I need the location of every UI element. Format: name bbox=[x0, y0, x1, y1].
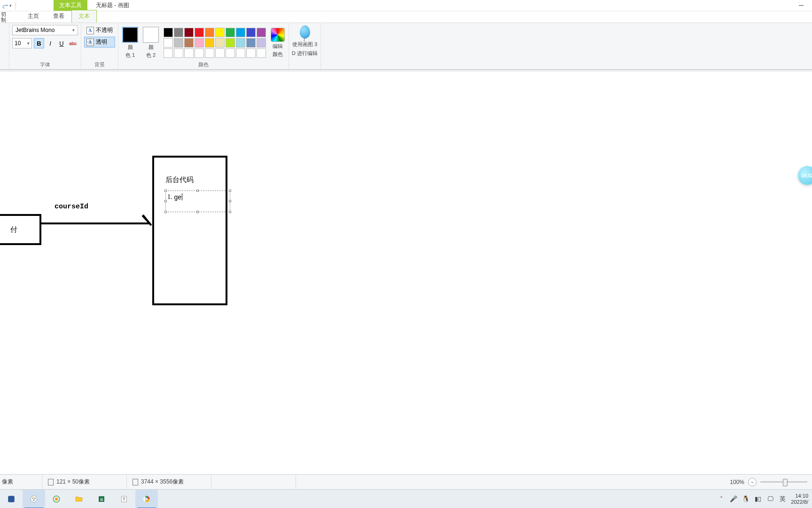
title-bar: ▾ 文本工具 无标题 - 画图 bbox=[0, 0, 812, 11]
color-swatch[interactable] bbox=[164, 38, 173, 48]
color-swatch[interactable] bbox=[226, 28, 235, 37]
color-swatch[interactable] bbox=[236, 28, 245, 37]
resize-handle[interactable] bbox=[164, 211, 167, 213]
color-swatch[interactable] bbox=[195, 28, 204, 37]
tray-microphone-icon[interactable]: 🎤 bbox=[730, 495, 737, 503]
qat-dropdown-icon[interactable]: ▾ bbox=[9, 3, 12, 8]
edit-colors-label-1: 编辑 bbox=[273, 43, 283, 50]
tray-time: 14:10 bbox=[795, 493, 808, 499]
color-swatch[interactable] bbox=[226, 38, 235, 48]
color-swatch[interactable] bbox=[184, 38, 194, 48]
svg-point-2 bbox=[32, 497, 33, 499]
tab-view[interactable]: 查看 bbox=[46, 10, 71, 23]
font-family-value: JetBrains Mono bbox=[16, 27, 55, 33]
chevron-down-icon: ▾ bbox=[27, 41, 30, 46]
text-edit-content[interactable]: 1. ge bbox=[167, 193, 182, 201]
task-app-3[interactable] bbox=[45, 490, 68, 508]
minimize-button[interactable] bbox=[790, 0, 812, 11]
bold-button[interactable]: B bbox=[34, 38, 44, 48]
color-swatch[interactable] bbox=[174, 28, 183, 37]
color2-label-2: 色 2 bbox=[146, 52, 156, 59]
resize-handle[interactable] bbox=[196, 211, 199, 213]
color1-button[interactable]: 颜 色 1 bbox=[122, 27, 138, 59]
task-chrome[interactable] bbox=[135, 490, 158, 508]
color-swatch[interactable] bbox=[215, 28, 225, 37]
color-swatch[interactable] bbox=[246, 38, 256, 48]
svg-rect-0 bbox=[8, 496, 15, 502]
color-swatch[interactable] bbox=[195, 48, 204, 58]
edit-colors-label-2: 颜色 bbox=[273, 51, 283, 58]
bg-opaque-button[interactable]: A 不透明 bbox=[84, 25, 115, 36]
paint3d-icon[interactable] bbox=[298, 25, 312, 39]
color-swatch[interactable] bbox=[195, 38, 204, 48]
color-swatch[interactable] bbox=[257, 28, 266, 37]
zoom-out-button[interactable]: − bbox=[748, 478, 757, 486]
strikethrough-button[interactable]: abc bbox=[68, 38, 78, 48]
color-swatch[interactable] bbox=[174, 38, 183, 48]
edit-colors-button[interactable]: 编辑 颜色 bbox=[271, 28, 285, 58]
color-swatch[interactable] bbox=[236, 38, 245, 48]
tray-battery-icon[interactable]: ▮▯ bbox=[754, 495, 762, 503]
color-swatch[interactable] bbox=[236, 48, 245, 58]
color-swatch[interactable] bbox=[246, 48, 256, 58]
resize-handle[interactable] bbox=[164, 200, 167, 202]
redo-icon[interactable] bbox=[2, 2, 8, 9]
font-size-select[interactable]: 10 ▾ bbox=[12, 38, 32, 48]
text-caret bbox=[182, 193, 182, 200]
color1-label-1: 颜 bbox=[128, 44, 133, 51]
color-swatch[interactable] bbox=[205, 38, 214, 48]
color-swatch[interactable] bbox=[257, 38, 266, 48]
selection-icon bbox=[48, 479, 54, 485]
status-cursor: 像素 bbox=[0, 475, 42, 489]
task-explorer[interactable] bbox=[68, 490, 90, 508]
resize-handle[interactable] bbox=[229, 190, 231, 192]
color-swatch[interactable] bbox=[184, 48, 194, 58]
zoom-slider[interactable] bbox=[760, 481, 807, 483]
color-swatch[interactable] bbox=[257, 48, 266, 58]
drawn-box-right-title: 后台代码 bbox=[165, 175, 194, 184]
font-family-select[interactable]: JetBrains Mono ▾ bbox=[12, 25, 78, 35]
color-swatch[interactable] bbox=[246, 28, 256, 37]
cut-label[interactable]: 切 bbox=[1, 11, 9, 17]
color-swatch[interactable] bbox=[164, 48, 173, 58]
color-swatch[interactable] bbox=[205, 48, 214, 58]
canvas[interactable]: 付 courseId 后台代码 1. ge bbox=[0, 72, 812, 474]
italic-button[interactable]: I bbox=[45, 38, 55, 48]
paint3d-label-1: 使用画图 3 bbox=[292, 41, 317, 48]
resize-handle[interactable] bbox=[229, 211, 231, 213]
color-swatch[interactable] bbox=[215, 48, 225, 58]
task-app-5[interactable]: ⊞ bbox=[90, 490, 113, 508]
color-swatch[interactable] bbox=[164, 28, 173, 37]
bg-transparent-button[interactable]: A 透明 bbox=[84, 37, 115, 48]
drawn-arrow-line bbox=[41, 222, 150, 224]
tray-qq-icon[interactable]: 🐧 bbox=[742, 495, 750, 503]
task-app-6[interactable]: T bbox=[113, 490, 135, 508]
underline-button[interactable]: U bbox=[56, 38, 67, 48]
tray-network-icon[interactable]: 🖵 bbox=[766, 495, 774, 503]
tab-text[interactable]: 文本 bbox=[71, 10, 97, 23]
tray-chevron-up-icon[interactable]: ˄ bbox=[718, 495, 725, 503]
status-bar: 像素 121 × 50像素 3744 × 3556像素 100% − bbox=[0, 474, 812, 489]
resize-handle[interactable] bbox=[229, 200, 231, 202]
copy-label[interactable]: 制 bbox=[1, 17, 9, 23]
color-swatch[interactable] bbox=[226, 48, 235, 58]
task-app-1[interactable] bbox=[0, 490, 23, 508]
resize-handle[interactable] bbox=[164, 190, 167, 192]
tray-ime[interactable]: 英 bbox=[779, 495, 786, 503]
taskbar: ⊞ T ˄ 🎤 🐧 ▮▯ 🖵 英 14:10 2022/8/ bbox=[0, 489, 812, 508]
color2-button[interactable]: 颜 色 2 bbox=[143, 27, 159, 59]
group-colors: 颜 色 1 颜 色 2 编辑 颜色 颜色 bbox=[118, 23, 289, 69]
color-swatch[interactable] bbox=[184, 28, 194, 37]
tab-home[interactable]: 主页 bbox=[21, 10, 46, 23]
svg-text:T: T bbox=[123, 497, 125, 501]
color-swatch[interactable] bbox=[205, 28, 214, 37]
color-swatch[interactable] bbox=[174, 48, 183, 58]
group-label-font: 字体 bbox=[40, 60, 50, 68]
color-swatch[interactable] bbox=[215, 38, 225, 48]
task-mspaint[interactable] bbox=[23, 490, 45, 508]
canvas-scroll-area[interactable]: 付 courseId 后台代码 1. ge 04:02 bbox=[0, 70, 812, 474]
resize-handle[interactable] bbox=[196, 190, 199, 192]
tray-clock[interactable]: 14:10 2022/8/ bbox=[791, 493, 808, 505]
context-tab-text-tools[interactable]: 文本工具 bbox=[54, 0, 87, 11]
clipboard-mini: 切 制 bbox=[0, 11, 9, 23]
